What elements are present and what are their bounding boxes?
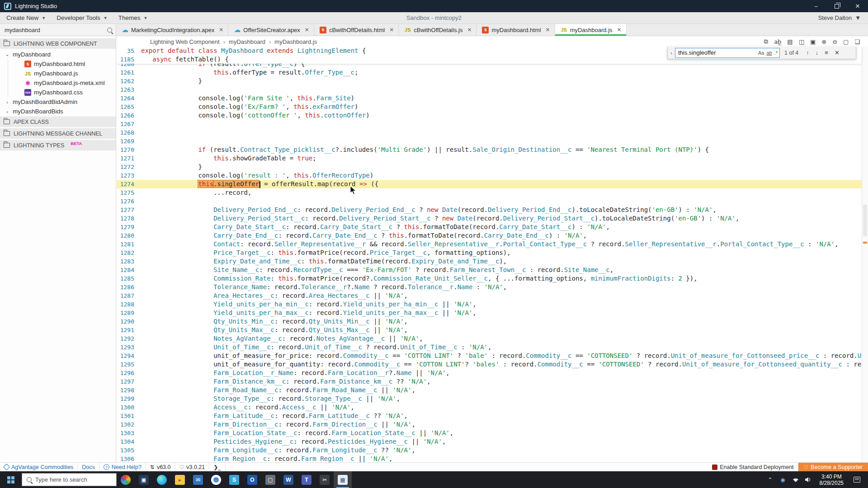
select-region-icon[interactable]: ▢	[843, 38, 849, 45]
code-line-1267[interactable]: 1267	[117, 120, 862, 128]
taskbar-search[interactable]: Type here to search	[22, 473, 117, 486]
code-line-1273[interactable]: 1273console.log('result : ', this.OfferR…	[117, 171, 862, 180]
tab-myDashboard.js[interactable]: JSmyDashboard.js✕	[555, 24, 627, 36]
zoom-out-icon[interactable]: ⊖	[832, 38, 837, 45]
code-line-1264[interactable]: 1264console.log('Farm Site ', this.Farm_…	[117, 94, 862, 103]
code-line-1301[interactable]: 1301Farm_Latitude__c: record.Farm_Latitu…	[117, 412, 862, 420]
match-case-toggle[interactable]: Aa	[758, 50, 764, 56]
tab-close-icon[interactable]: ✕	[617, 27, 622, 33]
code-line-1286[interactable]: 1286Tolerance_Name: record.Tolerance__r?…	[117, 283, 862, 291]
code-line-1265[interactable]: 1265console.log('Ex/Farm? ', this.exFarm…	[117, 103, 862, 111]
skype-app-icon[interactable]: S	[225, 471, 243, 488]
code-line-1278[interactable]: 1278Delivery_Period_Start__c: record.Del…	[117, 214, 862, 223]
code-editor[interactable]: 35export default class MyDashboard exten…	[117, 47, 868, 462]
volume-icon[interactable]	[802, 477, 814, 483]
code-line-1274[interactable]: 1274this.singleOffer = offerResult.map(r…	[117, 180, 862, 188]
breadcrumb-root[interactable]: Lightning Web Component	[150, 38, 220, 45]
sidebar-file-myDashboard.html[interactable]: 5myDashboard.html	[8, 59, 116, 69]
menu-create-new[interactable]: Create New▼	[0, 12, 50, 23]
status-item-terminal-icon[interactable]: ❯_	[209, 463, 226, 471]
tab-cBwithOffDetails.js[interactable]: JScBwithOffDetails.js✕	[399, 24, 476, 36]
pinwheel-icon[interactable]	[117, 471, 135, 488]
sidebar-file-myDashboard.css[interactable]: cssmyDashboard.css	[8, 88, 116, 97]
find-replace-icon[interactable]: ab̲	[774, 38, 781, 45]
sidebar-section-lightning-web-component[interactable]: LIGHTNING WEB COMPONENT	[0, 38, 116, 49]
save-icon[interactable]: ▣	[810, 38, 816, 45]
menu-themes[interactable]: Themes▼	[112, 12, 152, 23]
code-line-1282[interactable]: 1282Price_Target__c: this.formatPrice(re…	[117, 249, 862, 257]
tab-close-icon[interactable]: ✕	[389, 27, 394, 33]
action-center-button[interactable]	[849, 477, 864, 483]
sidebar-file-myDashboard.js[interactable]: JSmyDashboard.js	[8, 69, 116, 78]
file-explorer-icon[interactable]: ▸	[171, 471, 189, 488]
tab-myDashboard.html[interactable]: 5myDashboard.html✕	[476, 24, 555, 36]
word-app-icon[interactable]: W	[279, 471, 297, 488]
code-line-1303[interactable]: 1303Farm_Location_State__c: record.Farm_…	[117, 429, 862, 437]
overview-ruler[interactable]	[862, 47, 868, 462]
wifi-icon[interactable]	[790, 477, 802, 483]
snip-app-icon[interactable]: ✂	[316, 471, 334, 488]
sidebar-search[interactable]: mydashboard	[0, 24, 116, 36]
code-line-1306[interactable]: 1306Farm_Region__c: record.Farm_Region__…	[117, 455, 862, 462]
find-previous-icon[interactable]: ↑	[803, 49, 812, 56]
status-item-need-help-[interactable]: ?Need Help?	[99, 463, 146, 471]
code-line-1272[interactable]: 1272}	[117, 163, 862, 171]
code-line-1295[interactable]: 1295unit_of_measure_for_quantity: record…	[117, 360, 862, 369]
code-line-1299[interactable]: 1299Storage_Type__c: record.Storage_Type…	[117, 394, 862, 403]
status-item-agvantage-commodities[interactable]: AgVantage Commodities	[0, 463, 78, 471]
sidebar-section-lightning-types[interactable]: LIGHTNING TYPESBETA	[0, 140, 116, 150]
photos-app-icon[interactable]: ▣	[135, 471, 153, 488]
code-line-1279[interactable]: 1279Carry_Date_Start__c: record.Carry_Da…	[117, 223, 862, 231]
minimize-button[interactable]: –	[806, 0, 826, 12]
code-line-1280[interactable]: 1280Carry_Date_End__c: record.Carry_Date…	[117, 231, 862, 240]
taskbar-clock[interactable]: 3:40 PM 8/28/2025	[815, 474, 848, 486]
tab-close-icon[interactable]: ✕	[546, 27, 550, 33]
status-item-become-a-supporter[interactable]: ♡Become a Supporter	[798, 463, 868, 471]
zoom-in-icon[interactable]: ⊕	[821, 38, 826, 45]
code-line-1288[interactable]: 1288Yield_units_per_ha_min__c: record.Yi…	[117, 300, 862, 309]
lightning-studio-app-icon[interactable]: ▦	[334, 471, 352, 488]
store-app-icon[interactable]: ▢	[261, 471, 279, 488]
close-button[interactable]: ✕	[847, 0, 868, 12]
code-line-1275[interactable]: 1275...record,	[117, 188, 862, 197]
status-item-v3-0-21[interactable]: ♡v3.0.21	[175, 463, 210, 471]
tab-close-icon[interactable]: ✕	[219, 27, 223, 33]
code-line-1285[interactable]: 1285Commission_Rate: this.formatPrice(re…	[117, 274, 862, 283]
tab-close-icon[interactable]: ✕	[467, 27, 472, 33]
sidebar-folder-myDashboard[interactable]: ⌄myDashboard	[0, 50, 116, 59]
code-line-1298[interactable]: 1298Farm_Road_Name__c: record.Farm_Road_…	[117, 386, 862, 394]
code-line-1260[interactable]: 1260if (result?.Offer_Type__c) {	[117, 64, 862, 68]
caret-up-icon[interactable]: ⌃	[764, 477, 776, 483]
breadcrumb-file[interactable]: myDashboard.js	[274, 38, 317, 45]
code-line-1293[interactable]: 1293Unit_of_Time__c: record.Unit_of_Time…	[117, 343, 862, 352]
regex-toggle[interactable]: .*	[774, 50, 778, 56]
code-line-1266[interactable]: 1266console.log('cottonOffer ', this.cot…	[117, 111, 862, 120]
open-code-file-icon[interactable]: ⧉	[764, 38, 768, 45]
sidebar-file-myDashboard.js-meta.xml[interactable]: ✱myDashboard.js-meta.xml	[8, 78, 116, 88]
bluetooth-icon[interactable]: ◉	[777, 477, 789, 483]
find-next-icon[interactable]: ↓	[812, 49, 822, 56]
find-in-selection-icon[interactable]: ≡	[821, 49, 831, 56]
code-lines[interactable]: 1260if (result?.Offer_Type__c) {1261this…	[117, 64, 862, 462]
outline-icon[interactable]: ▤	[787, 38, 793, 45]
status-item-docs[interactable]: Docs	[78, 463, 99, 471]
menu-developer-tools[interactable]: Developer Tools▼	[50, 12, 112, 23]
scrollbar-thumb[interactable]	[863, 205, 867, 236]
tab-MarketingCloudIntegration.apex[interactable]: ☁MarketingCloudIntegration.apex✕	[116, 24, 228, 36]
code-line-1302[interactable]: 1302Farm_Direction__c: record.Farm_Direc…	[117, 420, 862, 429]
maximize-editor-icon[interactable]: ❏	[854, 38, 860, 45]
code-line-1276[interactable]: 1276	[117, 197, 862, 206]
code-line-1283[interactable]: 1283Expiry_Date_and_Time__c: this.format…	[117, 257, 862, 266]
outlook-app-icon[interactable]: O	[243, 471, 261, 488]
code-line-1262[interactable]: 1262}	[117, 77, 862, 85]
code-line-1270[interactable]: 1270if (result.Contract_Type_picklist__c…	[117, 145, 862, 154]
find-close-icon[interactable]: ✕	[831, 49, 843, 56]
sidebar-folder-myDashBoardBids[interactable]: ›myDashBoardBids	[0, 107, 116, 116]
code-line-1297[interactable]: 1297Farm_Distance_km__c: record.Farm_Dis…	[117, 377, 862, 386]
code-line-1284[interactable]: 1284Site_Name__c: record.RecordType__c =…	[117, 266, 862, 274]
teams-app-icon[interactable]: T	[297, 471, 316, 488]
toggle-replace-chevron-icon[interactable]: ›	[668, 50, 675, 56]
user-menu[interactable]: Steve Dalton▼	[818, 14, 868, 21]
sidebar-section-lightning-message-channel[interactable]: LIGHTNING MESSAGE CHANNEL	[0, 128, 116, 139]
split-editor-icon[interactable]: ◫	[799, 38, 804, 45]
